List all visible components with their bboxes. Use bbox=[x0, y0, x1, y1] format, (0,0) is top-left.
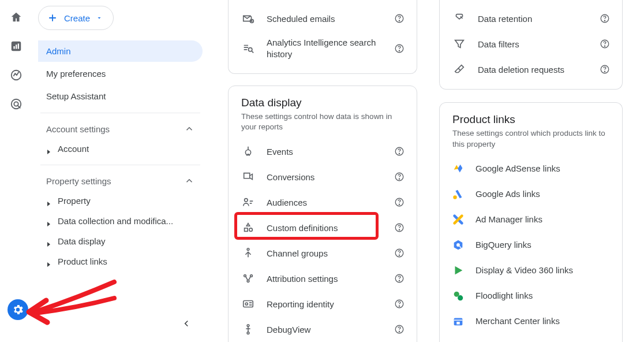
svg-point-28 bbox=[244, 275, 246, 277]
svg-point-22 bbox=[249, 228, 253, 232]
caret-right-icon bbox=[46, 199, 51, 203]
row-merchant-center-links[interactable]: Merchant Center links bbox=[440, 308, 622, 334]
card-subtitle: These settings control how data is shown… bbox=[229, 110, 417, 139]
advertising-icon[interactable] bbox=[9, 97, 23, 111]
sidebar-item-data-collection[interactable]: Data collection and modifica... bbox=[38, 211, 203, 231]
help-icon[interactable] bbox=[394, 196, 405, 208]
chevron-up-icon bbox=[184, 176, 194, 186]
svg-point-50 bbox=[458, 295, 463, 300]
card-title: Data display bbox=[229, 90, 417, 110]
row-data-retention[interactable]: Data retention bbox=[440, 6, 622, 31]
row-reporting-identity[interactable]: Reporting identity bbox=[229, 291, 417, 317]
row-attribution-settings[interactable]: Attribution settings bbox=[229, 266, 417, 291]
help-icon[interactable] bbox=[599, 38, 611, 50]
row-data-deletion[interactable]: Data deletion requests bbox=[440, 57, 622, 82]
row-conversions[interactable]: Conversions bbox=[229, 164, 417, 189]
card-subtitle: These settings control which products li… bbox=[440, 127, 622, 156]
svg-point-15 bbox=[399, 153, 399, 154]
merchant-center-icon bbox=[451, 314, 465, 328]
row-data-filters[interactable]: Data filters bbox=[440, 31, 622, 57]
explore-icon[interactable] bbox=[9, 68, 23, 82]
row-audiences[interactable]: Audiences bbox=[229, 189, 417, 215]
sidebar-item-account[interactable]: Account bbox=[38, 139, 203, 159]
dropdown-caret-icon bbox=[96, 14, 103, 21]
row-floodlight-links[interactable]: Floodlight links bbox=[440, 283, 622, 308]
svg-point-47 bbox=[453, 195, 456, 199]
svg-point-42 bbox=[604, 20, 605, 21]
svg-rect-1 bbox=[13, 46, 14, 49]
svg-point-17 bbox=[399, 179, 399, 179]
help-icon[interactable] bbox=[599, 64, 611, 75]
row-analytics-intelligence-history[interactable]: Analytics Intelligence search history bbox=[229, 31, 417, 66]
sidebar-item-data-display[interactable]: Data display bbox=[38, 231, 203, 251]
filter-icon bbox=[451, 37, 467, 51]
admin-gear-button[interactable] bbox=[8, 299, 28, 320]
row-bigquery-links[interactable]: BigQuery links bbox=[440, 232, 622, 258]
dv360-icon bbox=[451, 263, 465, 277]
collapse-sidebar-button[interactable] bbox=[178, 315, 194, 332]
left-rail bbox=[0, 0, 32, 342]
svg-point-30 bbox=[247, 280, 249, 282]
sidebar-item-property[interactable]: Property bbox=[38, 191, 203, 211]
help-icon[interactable] bbox=[394, 247, 405, 259]
svg-point-10 bbox=[248, 48, 252, 51]
svg-point-32 bbox=[399, 280, 399, 281]
svg-point-44 bbox=[604, 46, 605, 46]
nav-admin[interactable]: Admin bbox=[38, 40, 203, 62]
row-ad-manager-links[interactable]: Ad Manager links bbox=[440, 207, 622, 232]
help-icon[interactable] bbox=[394, 324, 405, 335]
caret-right-icon bbox=[46, 259, 51, 264]
main-content: Scheduled emails Analytics Intelligence … bbox=[208, 0, 644, 342]
reports-icon[interactable] bbox=[9, 39, 23, 53]
help-icon[interactable] bbox=[599, 13, 611, 24]
caret-right-icon bbox=[46, 239, 51, 244]
svg-point-46 bbox=[604, 71, 605, 72]
nav-my-preferences[interactable]: My preferences bbox=[38, 63, 203, 84]
primary-nav: Admin My preferences Setup Assistant bbox=[38, 40, 203, 107]
row-google-play-links[interactable]: Google Play links bbox=[440, 334, 622, 342]
account-settings-header[interactable]: Account settings bbox=[38, 119, 203, 139]
card-product-links: Product links These settings control whi… bbox=[439, 102, 623, 342]
card-title: Product links bbox=[440, 106, 622, 127]
adsense-icon bbox=[451, 162, 465, 176]
row-dv360-links[interactable]: Display & Video 360 links bbox=[440, 258, 622, 283]
reporting-identity-icon bbox=[240, 297, 256, 311]
row-channel-groups[interactable]: Channel groups bbox=[229, 240, 417, 266]
sidebar-item-product-links[interactable]: Product links bbox=[38, 251, 203, 272]
help-icon[interactable] bbox=[394, 273, 405, 284]
row-adsense-links[interactable]: Google AdSense links bbox=[440, 156, 622, 181]
row-scheduled-emails[interactable]: Scheduled emails bbox=[229, 6, 417, 31]
svg-point-36 bbox=[399, 306, 399, 306]
svg-point-38 bbox=[247, 332, 249, 334]
svg-point-27 bbox=[399, 255, 399, 255]
row-debugview[interactable]: DebugView bbox=[229, 317, 417, 342]
row-custom-definitions[interactable]: Custom definitions bbox=[229, 215, 417, 240]
card-data-display: Data display These settings control how … bbox=[228, 86, 417, 343]
svg-point-37 bbox=[247, 325, 249, 327]
help-icon[interactable] bbox=[394, 146, 405, 157]
help-icon[interactable] bbox=[394, 13, 405, 24]
row-google-ads-links[interactable]: Google Ads links bbox=[440, 181, 622, 207]
card-right-top-partial: Data retention Data filters Data deletio… bbox=[439, 0, 623, 90]
create-button[interactable]: Create bbox=[38, 6, 114, 30]
audiences-icon bbox=[240, 195, 256, 209]
help-icon[interactable] bbox=[394, 171, 405, 183]
home-icon[interactable] bbox=[9, 10, 23, 24]
search-history-icon bbox=[240, 42, 256, 55]
help-icon[interactable] bbox=[394, 298, 405, 310]
custom-definitions-icon bbox=[240, 221, 256, 235]
attribution-icon bbox=[240, 272, 256, 285]
svg-point-29 bbox=[250, 275, 253, 277]
nav-setup-assistant[interactable]: Setup Assistant bbox=[38, 86, 203, 107]
create-label: Create bbox=[64, 13, 90, 23]
svg-point-48 bbox=[456, 243, 460, 247]
events-icon bbox=[240, 144, 256, 158]
card-top-partial: Scheduled emails Analytics Intelligence … bbox=[228, 0, 417, 74]
help-icon[interactable] bbox=[394, 43, 405, 54]
google-ads-icon bbox=[451, 187, 465, 201]
caret-right-icon bbox=[46, 147, 51, 151]
row-events[interactable]: Events bbox=[229, 139, 417, 164]
property-settings-header[interactable]: Property settings bbox=[38, 171, 203, 191]
help-icon[interactable] bbox=[394, 222, 405, 233]
divider bbox=[40, 113, 200, 113]
